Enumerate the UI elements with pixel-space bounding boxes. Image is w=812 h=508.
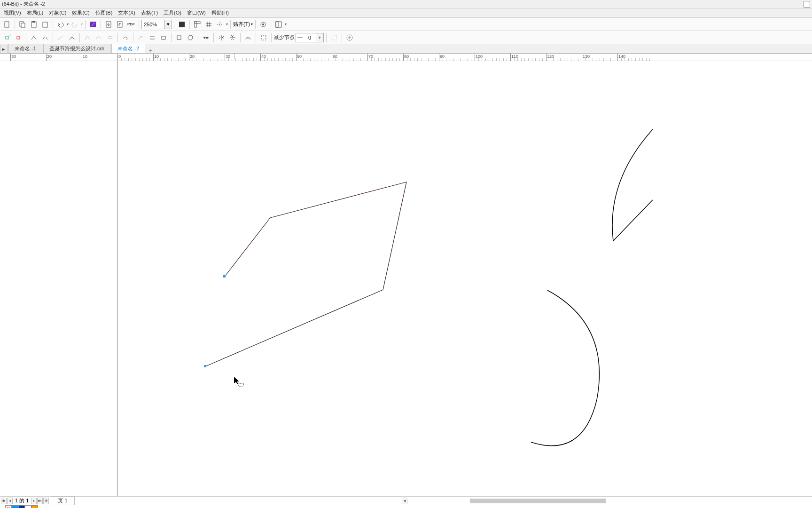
separator (174, 20, 174, 29)
menu-view[interactable]: 视图(V) (1, 8, 24, 17)
reflect-h-button[interactable] (216, 32, 226, 43)
menu-help[interactable]: 帮助(H) (209, 8, 232, 17)
join-nodes-button[interactable] (29, 32, 39, 43)
scroll-left-button[interactable]: ◂ (402, 498, 407, 504)
document-tab-active[interactable]: 未命名 -2 (111, 44, 145, 53)
node-handle[interactable] (204, 365, 206, 367)
next-page-button[interactable]: ▸ (31, 498, 37, 504)
last-page-button[interactable]: ⏭ (37, 498, 43, 504)
new-button[interactable] (2, 19, 12, 30)
doctab-left-edge[interactable]: ▸ (0, 45, 8, 53)
add-document-button[interactable]: + (146, 48, 155, 53)
clipboard-button[interactable] (40, 19, 50, 30)
launch-button[interactable] (88, 19, 98, 30)
page-tab[interactable]: 页 1 (51, 496, 74, 505)
chevron-down-icon[interactable]: ▾ (285, 22, 287, 26)
menu-tools[interactable]: 工具(O) (161, 8, 184, 17)
extend-curve-button[interactable] (136, 32, 146, 43)
menu-effects[interactable]: 效果(C) (69, 8, 92, 17)
menu-object[interactable]: 对象(C) (46, 8, 69, 17)
undo-button[interactable] (55, 19, 66, 30)
svg-rect-2 (21, 23, 25, 28)
break-node-button[interactable] (40, 32, 50, 43)
menu-table[interactable]: 表格(T) (138, 8, 161, 17)
document-tab[interactable]: 未命名 -1 (8, 44, 42, 53)
guides-button[interactable] (215, 19, 225, 30)
symmetric-node-button[interactable] (105, 32, 115, 43)
import-button[interactable] (103, 19, 114, 30)
svg-text:+: + (8, 34, 11, 38)
copy-button[interactable] (17, 19, 28, 30)
bounding-box-button[interactable] (329, 32, 339, 43)
color-swatch[interactable] (12, 505, 18, 508)
menu-text[interactable]: 文本(X) (115, 8, 138, 17)
select-all-nodes-button[interactable] (258, 32, 269, 43)
delete-node-button[interactable]: − (13, 32, 23, 43)
color-swatch[interactable] (31, 505, 38, 508)
rotate-nodes-button[interactable] (185, 32, 195, 43)
separator (117, 33, 118, 42)
paste-button[interactable] (29, 19, 39, 30)
chevron-down-icon[interactable]: ▾ (164, 20, 171, 29)
elastic-mode-button[interactable] (243, 32, 253, 43)
horizontal-ruler[interactable]: 0102030405060708090100110120130140102030 (0, 54, 812, 61)
add-button[interactable] (344, 32, 355, 43)
extract-subpath-button[interactable] (147, 32, 157, 43)
arc-curve-top[interactable] (612, 129, 653, 241)
export-button[interactable] (115, 19, 125, 30)
grid-button[interactable] (203, 19, 214, 30)
fullscreen-button[interactable] (177, 19, 187, 30)
scroll-thumb[interactable] (470, 499, 606, 503)
add-page-button[interactable]: ⊕ (43, 498, 49, 504)
add-node-button[interactable]: + (2, 32, 12, 43)
canvas[interactable] (0, 61, 812, 496)
color-swatch[interactable] (25, 505, 31, 508)
svg-rect-23 (206, 37, 208, 39)
svg-rect-27 (239, 383, 243, 386)
guides-dropdown-icon[interactable]: ▾ (226, 22, 228, 26)
undo-dropdown-icon[interactable]: ▾ (67, 22, 69, 26)
smooth-node-button[interactable] (94, 32, 104, 43)
palette-nav-left[interactable]: ◂ (0, 506, 5, 508)
redo-dropdown-icon[interactable]: ▾ (81, 22, 83, 26)
window-control-icon[interactable] (804, 1, 810, 8)
cusp-node-button[interactable] (82, 32, 93, 43)
menu-window[interactable]: 窗口(W) (184, 8, 209, 17)
node-handle[interactable] (223, 275, 226, 278)
smoothness-input[interactable] (304, 35, 316, 40)
to-curve-button[interactable] (67, 32, 77, 43)
close-curve-button[interactable] (158, 32, 169, 43)
reflect-v-button[interactable] (227, 32, 238, 43)
no-fill-swatch[interactable] (5, 505, 12, 508)
window-title: (64-Bit) - 未命名 -2 (2, 0, 45, 8)
first-page-button[interactable]: ⏮ (1, 498, 7, 504)
rulers-button[interactable] (192, 19, 203, 30)
standard-toolbar: ▾ ▾ PDF ▾ ▾ 贴齐(T) ▾ ▾ (0, 18, 812, 31)
page-navigation: ⏮ ◂ 1 的 1 ▸ ⏭ ⊕ (0, 497, 50, 504)
layout-dropdown[interactable] (273, 19, 284, 30)
snap-dropdown[interactable]: 贴齐(T) ▾ (233, 20, 253, 29)
separator (26, 33, 26, 42)
color-swatch[interactable] (18, 505, 25, 508)
options-button[interactable] (258, 19, 268, 30)
plus-icon[interactable]: + (316, 33, 323, 42)
prev-page-button[interactable]: ◂ (7, 498, 13, 504)
chevron-down-icon[interactable]: ▾ (251, 22, 253, 26)
redo-button[interactable] (70, 19, 80, 30)
align-nodes-h-button[interactable] (201, 32, 211, 43)
cursor-icon (234, 377, 243, 386)
zoom-input[interactable] (142, 22, 164, 27)
document-tab[interactable]: 圣诞节海报怎么设计.cdr (43, 44, 110, 53)
zoom-combo[interactable]: ▾ (141, 20, 172, 29)
curve-smoothness-spinner[interactable]: 〰 + (296, 33, 324, 42)
menu-layout[interactable]: 布局(L) (24, 8, 46, 17)
reverse-direction-button[interactable] (120, 32, 131, 43)
color-palette: ◂ (0, 505, 812, 508)
to-line-button[interactable] (55, 32, 66, 43)
horizontal-scrollbar[interactable]: ◂ (78, 498, 812, 504)
arc-curve-bottom[interactable] (531, 290, 599, 446)
menu-bitmap[interactable]: 位图(B) (93, 8, 116, 17)
polyline-curve[interactable] (205, 182, 406, 366)
stretch-nodes-button[interactable] (174, 32, 184, 43)
pdf-button[interactable]: PDF (126, 19, 136, 30)
